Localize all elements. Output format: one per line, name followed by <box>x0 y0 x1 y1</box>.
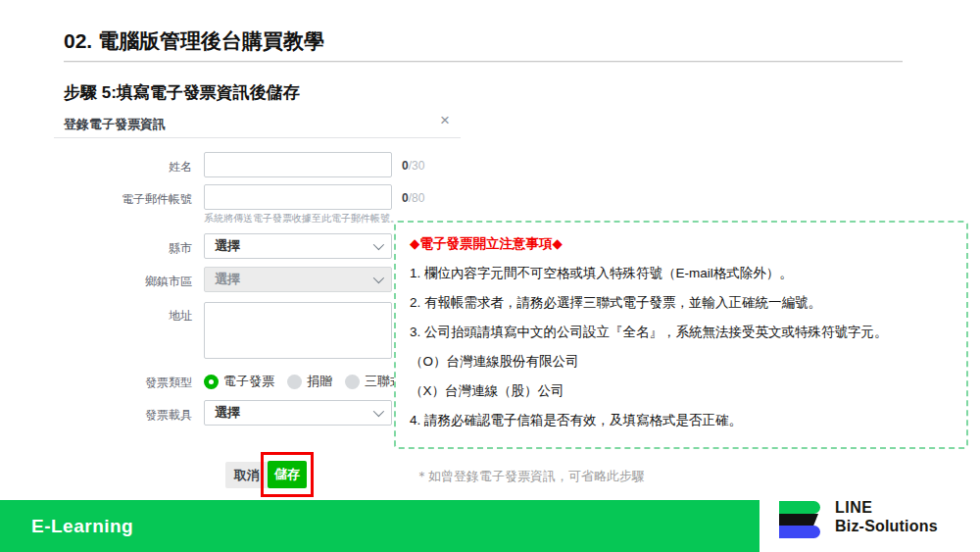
dialog-title: 登錄電子發票資訊 <box>64 116 166 133</box>
radio-unselected-icon <box>345 375 360 389</box>
county-select-value: 選擇 <box>215 237 240 255</box>
name-counter: 0/30 <box>402 159 424 173</box>
radio-label: 捐贈 <box>307 373 332 390</box>
invoice-notice-body: ◆電子發票開立注意事項◆ 1. 欄位內容字元間不可空格或填入特殊符號（E-mai… <box>410 229 958 435</box>
notice-heading: ◆電子發票開立注意事項◆ <box>410 229 958 259</box>
notice-item: 1. 欄位內容字元間不可空格或填入特殊符號（E-mail格式除外）。 <box>410 259 958 288</box>
logo-text-line: LINE <box>835 500 872 516</box>
invoice-type-label: 發票類型 <box>45 375 192 391</box>
page-title: 02. 電腦版管理後台購買教學 <box>64 27 324 55</box>
district-select[interactable]: 選擇 <box>204 267 392 292</box>
logo-bar-green <box>779 501 820 514</box>
carrier-label: 發票載具 <box>45 407 192 424</box>
save-highlight-box: 儲存 <box>261 452 314 497</box>
title-divider <box>64 61 903 62</box>
notice-item: 3. 公司抬頭請填寫中文的公司設立『全名』，系統無法接受英文或特殊符號字元。 <box>410 318 958 347</box>
logo-text-biz-solutions: Biz-Solutions <box>835 519 938 534</box>
address-label: 地址 <box>45 308 192 325</box>
close-icon[interactable]: × <box>440 112 450 128</box>
email-note: 系統將傳送電子發票收據至此電子郵件帳號。 <box>204 212 400 226</box>
email-input[interactable] <box>204 184 392 210</box>
notice-item: （O）台灣連線股份有限公司 <box>410 347 958 376</box>
address-textarea[interactable] <box>204 302 392 359</box>
skip-step-footnote: ＊如曾登錄電子發票資訊，可省略此步驟 <box>416 468 645 485</box>
chevron-down-icon <box>373 239 384 250</box>
dialog-divider <box>54 137 461 138</box>
email-label: 電子郵件帳號 <box>45 191 192 208</box>
district-label: 鄉鎮市區 <box>45 274 192 290</box>
carrier-select[interactable]: 選擇 <box>204 400 392 426</box>
radio-e-invoice[interactable]: 電子發票 <box>204 373 274 390</box>
elearning-footer-bar: E-Learning <box>0 500 760 552</box>
county-label: 縣市 <box>45 240 192 257</box>
logo-bar-blue <box>779 526 820 538</box>
county-select[interactable]: 選擇 <box>204 233 392 259</box>
radio-selected-icon <box>204 375 219 389</box>
notice-item: 4. 請務必確認電子信箱是否有效，及填寫格式是否正確。 <box>410 406 958 435</box>
logo-bar-black <box>779 514 818 526</box>
chevron-down-icon <box>373 273 384 283</box>
save-button[interactable]: 儲存 <box>268 461 307 488</box>
radio-donate[interactable]: 捐贈 <box>287 373 332 390</box>
chevron-down-icon <box>373 406 384 417</box>
slide: 02. 電腦版管理後台購買教學 步驟 5:填寫電子發票資訊後儲存 登錄電子發票資… <box>0 0 980 552</box>
name-label: 姓名 <box>45 159 192 176</box>
radio-label: 電子發票 <box>223 373 274 390</box>
step-subtitle: 步驟 5:填寫電子發票資訊後儲存 <box>64 81 300 104</box>
invoice-notice-box: ◆電子發票開立注意事項◆ 1. 欄位內容字元間不可空格或填入特殊符號（E-mai… <box>394 221 968 449</box>
carrier-select-value: 選擇 <box>215 404 240 422</box>
district-select-value: 選擇 <box>215 271 240 288</box>
notice-item: （X）台灣連線（股）公司 <box>410 376 958 406</box>
email-counter: 0/80 <box>402 191 424 205</box>
radio-unselected-icon <box>287 375 302 389</box>
elearning-label: E-Learning <box>31 516 133 537</box>
notice-item: 2. 有報帳需求者，請務必選擇三聯式電子發票，並輸入正確統一編號。 <box>410 288 958 318</box>
name-input[interactable] <box>204 152 392 177</box>
